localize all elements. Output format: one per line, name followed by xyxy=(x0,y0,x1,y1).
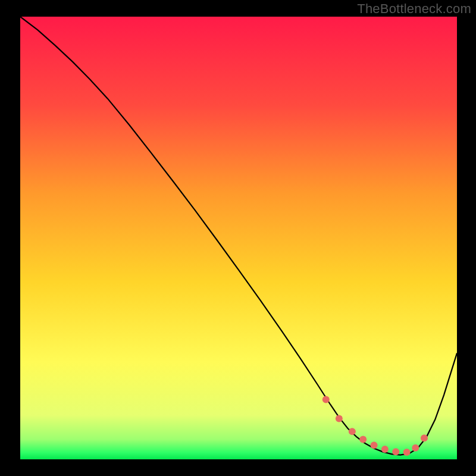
bottleneck-chart xyxy=(20,17,457,459)
chart-frame: TheBottleneck.com xyxy=(0,0,476,476)
marker-dot xyxy=(336,415,343,422)
marker-dot xyxy=(392,448,399,455)
marker-dot xyxy=(371,441,378,449)
marker-dot xyxy=(322,396,330,403)
watermark-text: TheBottleneck.com xyxy=(357,1,471,17)
marker-dot xyxy=(349,428,356,435)
marker-dot xyxy=(381,446,389,453)
marker-dot xyxy=(403,449,411,456)
plot-area xyxy=(20,17,457,459)
marker-dot xyxy=(421,434,428,441)
gradient-background xyxy=(20,17,457,459)
marker-dot xyxy=(359,436,367,443)
marker-dot xyxy=(412,444,419,452)
